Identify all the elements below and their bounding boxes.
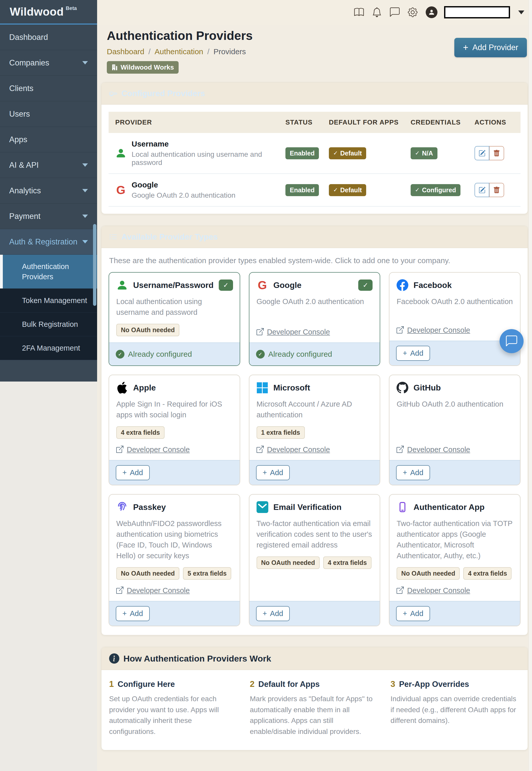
github-icon <box>397 382 408 394</box>
delete-button[interactable] <box>489 146 504 160</box>
credentials-badge: ✓Configured <box>411 184 460 196</box>
add-button[interactable]: +Add <box>116 606 150 621</box>
card-footer: +Add <box>249 601 380 626</box>
breadcrumb-authentication[interactable]: Authentication <box>155 47 203 56</box>
provider-description: Local authentication using username and … <box>132 150 285 167</box>
info-icon <box>109 653 119 664</box>
add-button[interactable]: +Add <box>116 465 150 480</box>
provider-card-google[interactable]: G Google ✓ Google OAuth 2.0 authenticati… <box>249 272 380 366</box>
notifications-bell-icon[interactable] <box>372 7 382 17</box>
step-default-for-apps: 2 Default for Apps Mark providers as "De… <box>250 679 379 737</box>
chat-fab-button[interactable] <box>500 329 524 353</box>
provider-card-microsoft[interactable]: Microsoft Microsoft Account / Azure AD a… <box>249 375 380 485</box>
check-icon: ✓ <box>415 150 420 156</box>
add-button[interactable]: +Add <box>396 346 430 361</box>
add-button[interactable]: +Add <box>396 606 430 621</box>
provider-card-email-verification[interactable]: Email Verification Two-factor authentica… <box>249 494 380 626</box>
fingerprint-icon <box>116 501 128 513</box>
tag-badge: No OAuth needed <box>116 567 179 580</box>
add-button[interactable]: +Add <box>256 606 290 621</box>
list-icon <box>109 233 117 241</box>
provider-description: WebAuthn/FIDO2 passwordless authenticati… <box>116 518 233 561</box>
chevron-down-icon <box>82 240 88 244</box>
credentials-badge: ✓N/A <box>411 147 437 159</box>
provider-name: Microsoft <box>273 383 310 393</box>
card-footer: +Add <box>109 601 240 626</box>
provider-description: Apple Sign In - Required for iOS apps wi… <box>116 399 233 420</box>
docs-book-icon[interactable] <box>354 7 364 17</box>
tag-badge: No OAuth needed <box>116 324 179 336</box>
messages-chat-icon[interactable] <box>390 7 400 17</box>
tag-badge: 5 extra fields <box>183 567 231 580</box>
microsoft-icon <box>257 382 268 394</box>
apple-icon <box>116 382 128 394</box>
sidebar-item-auth-registration[interactable]: Auth & Registration <box>0 229 97 255</box>
auth-submenu: Authentication Providers Token Managemen… <box>0 255 97 360</box>
sidebar-scrollbar[interactable] <box>93 224 96 306</box>
sidebar-item-apps[interactable]: Apps <box>0 127 97 152</box>
developer-console-link[interactable]: Developer Console <box>397 319 470 335</box>
add-provider-button[interactable]: + Add Provider <box>454 38 527 57</box>
breadcrumb-providers: Providers <box>214 47 246 56</box>
tag-badge: No OAuth needed <box>257 556 320 569</box>
person-icon <box>116 279 128 291</box>
sidebar-item-token-management[interactable]: Token Management <box>0 289 97 313</box>
sidebar-item-bulk-registration[interactable]: Bulk Registration <box>0 313 97 336</box>
breadcrumb-dashboard[interactable]: Dashboard <box>107 47 144 56</box>
sidebar-item-payment[interactable]: Payment <box>0 204 97 229</box>
developer-console-link[interactable]: Developer Console <box>397 580 470 595</box>
provider-card-github[interactable]: GitHub GitHub OAuth 2.0 authentication D… <box>389 375 521 485</box>
delete-button[interactable] <box>489 183 504 197</box>
add-button[interactable]: +Add <box>396 465 430 480</box>
developer-console-link[interactable]: Developer Console <box>257 321 330 336</box>
provider-card-username-password[interactable]: Username/Password ✓ Local authentication… <box>109 272 240 366</box>
how-it-works-section: How Authentication Providers Work 1 Conf… <box>101 647 528 750</box>
tag-badge: 1 extra fields <box>257 426 305 439</box>
how-it-works-steps: 1 Configure Here Set up OAuth credential… <box>101 670 528 750</box>
table-header-row: PROVIDER STATUS DEFAULT FOR APPS CREDENT… <box>109 112 521 133</box>
chat-bubble-icon <box>506 336 517 347</box>
add-button[interactable]: +Add <box>256 465 290 480</box>
table-row: G Google Google OAuth 2.0 authentication… <box>109 174 521 207</box>
user-menu-chevron-icon[interactable] <box>518 10 524 14</box>
plus-icon: + <box>463 43 468 52</box>
sidebar-item-clients[interactable]: Clients <box>0 76 97 101</box>
google-icon: G <box>115 184 126 196</box>
edit-button[interactable] <box>475 183 489 197</box>
provider-card-facebook[interactable]: Facebook Facebook OAuth 2.0 authenticati… <box>389 272 521 366</box>
developer-console-link[interactable]: Developer Console <box>116 580 190 595</box>
provider-card-passkey[interactable]: Passkey WebAuthn/FIDO2 passwordless auth… <box>109 494 240 626</box>
user-avatar[interactable] <box>426 6 437 18</box>
sidebar-item-dashboard[interactable]: Dashboard <box>0 25 97 50</box>
provider-name: Authenticator App <box>413 502 484 512</box>
sidebar-item-authentication-providers[interactable]: Authentication Providers <box>0 255 97 289</box>
card-footer: ✓ Already configured <box>249 342 380 365</box>
provider-card-authenticator-app[interactable]: Authenticator App Two-factor authenticat… <box>389 494 521 626</box>
section-title: Configured Providers <box>121 89 205 98</box>
developer-console-link[interactable]: Developer Console <box>257 439 330 454</box>
email-icon <box>257 501 268 513</box>
page-scrollbar[interactable] <box>528 0 532 771</box>
available-provider-types-section: Available Provider Types These are the a… <box>101 226 528 635</box>
app-logo-text: Wildwood <box>10 5 64 18</box>
sidebar-item-2fa-management[interactable]: 2FA Management <box>0 336 97 360</box>
settings-gear-icon[interactable] <box>408 7 418 17</box>
tag-badge: No OAuth needed <box>397 567 460 580</box>
edit-button[interactable] <box>475 146 489 160</box>
sidebar-item-ai-api[interactable]: AI & API <box>0 152 97 178</box>
provider-description: Google OAuth 2.0 authentication <box>132 191 235 200</box>
external-link-icon <box>257 446 264 454</box>
developer-console-link[interactable]: Developer Console <box>116 439 190 454</box>
provider-name: Google <box>273 281 302 290</box>
topbar <box>97 0 532 25</box>
enabled-check-badge: ✓ <box>358 280 373 291</box>
sidebar-item-companies[interactable]: Companies <box>0 50 97 76</box>
check-circle-icon: ✓ <box>116 350 124 359</box>
sidebar-item-analytics[interactable]: Analytics <box>0 178 97 204</box>
sidebar-item-users[interactable]: Users <box>0 101 97 127</box>
providers-table: PROVIDER STATUS DEFAULT FOR APPS CREDENT… <box>109 112 521 207</box>
page-header: Authentication Providers Dashboard / Aut… <box>97 25 532 74</box>
check-icon: ✓ <box>333 150 338 156</box>
developer-console-link[interactable]: Developer Console <box>397 439 470 454</box>
provider-card-apple[interactable]: Apple Apple Sign In - Required for iOS a… <box>109 375 240 485</box>
